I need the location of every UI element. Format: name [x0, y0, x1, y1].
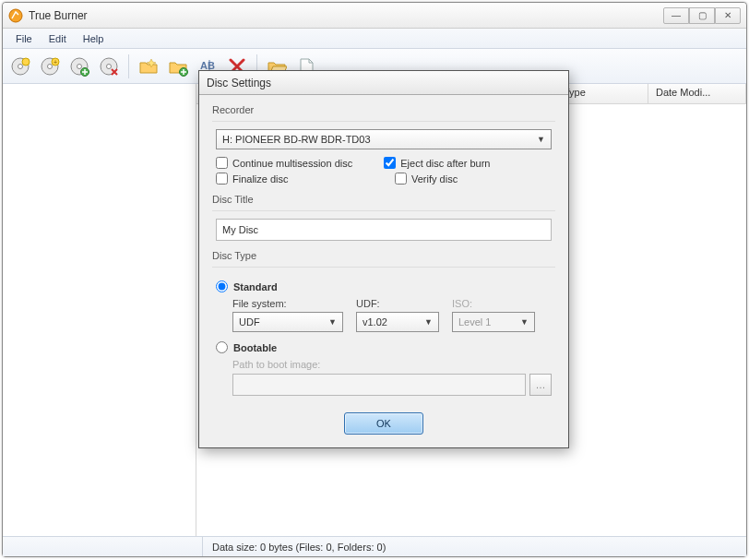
- dialog-buttons: OK: [212, 412, 555, 435]
- svg-text:AB: AB: [200, 60, 215, 71]
- iso-combo: Level 1 ▼: [452, 312, 535, 332]
- svg-point-5: [48, 64, 53, 68]
- disc-settings-dialog: Disc Settings Recorder H: PIONEER BD-RW …: [198, 70, 569, 448]
- statusbar: Data size: 0 bytes (Files: 0, Folders: 0…: [3, 536, 746, 556]
- menubar: File Edit Help: [3, 29, 746, 49]
- status-datasize: Data size: 0 bytes (Files: 0, Folders: 0…: [202, 537, 741, 556]
- boot-path-input: [232, 374, 526, 396]
- bootable-radio-input[interactable]: [216, 341, 228, 353]
- finalize-checkbox[interactable]: Finalize disc: [216, 173, 363, 185]
- toolbar-separator: [128, 54, 129, 78]
- svg-point-12: [107, 64, 112, 68]
- svg-text:+: +: [54, 59, 57, 66]
- chevron-down-icon: ▼: [424, 317, 433, 327]
- disc-new-icon[interactable]: [6, 53, 34, 80]
- tree-pane[interactable]: [3, 84, 196, 536]
- disc-plus-icon[interactable]: +: [36, 53, 64, 80]
- ok-button[interactable]: OK: [344, 412, 423, 435]
- boot-path-section: Path to boot image: …: [232, 359, 552, 396]
- fs-label: File system:: [232, 298, 343, 309]
- close-button[interactable]: ✕: [715, 7, 741, 24]
- boot-path-label: Path to boot image:: [232, 359, 552, 370]
- disc-type-label: Disc Type: [212, 250, 555, 261]
- standard-radio-input[interactable]: [216, 280, 228, 292]
- menu-help[interactable]: Help: [76, 31, 112, 46]
- disc-add-icon[interactable]: [65, 53, 93, 80]
- udf-combo[interactable]: v1.02 ▼: [356, 312, 439, 332]
- eject-checkbox-input[interactable]: [384, 157, 396, 169]
- chevron-down-icon: ▼: [537, 135, 545, 144]
- col-type[interactable]: Type: [556, 84, 648, 103]
- folder-add-icon[interactable]: [164, 53, 192, 80]
- dialog-title: Disc Settings: [199, 71, 568, 95]
- svg-point-3: [22, 58, 30, 66]
- titlebar: True Burner — ▢ ✕: [3, 3, 746, 29]
- udf-label: UDF:: [356, 298, 439, 309]
- fs-combo[interactable]: UDF ▼: [232, 312, 343, 332]
- recorder-combo[interactable]: H: PIONEER BD-RW BDR-TD03 ▼: [216, 129, 552, 149]
- filesystem-row: File system: UDF ▼ UDF: v1.02 ▼: [232, 298, 552, 332]
- disc-type-group: Disc Type Standard File system: UDF ▼: [212, 250, 555, 396]
- disc-remove-icon[interactable]: [95, 53, 123, 80]
- disc-title-label: Disc Title: [212, 194, 555, 205]
- browse-button: …: [529, 374, 552, 396]
- maximize-button[interactable]: ▢: [689, 7, 715, 24]
- verify-checkbox-input[interactable]: [395, 173, 407, 185]
- svg-point-9: [77, 64, 82, 68]
- finalize-checkbox-input[interactable]: [216, 173, 228, 185]
- window-controls: — ▢ ✕: [663, 7, 741, 24]
- menu-file[interactable]: File: [8, 31, 40, 46]
- bootable-radio[interactable]: Bootable: [216, 341, 552, 353]
- iso-label: ISO:: [452, 298, 535, 309]
- recorder-value: H: PIONEER BD-RW BDR-TD03: [222, 134, 371, 145]
- status-left: [8, 537, 202, 556]
- continue-checkbox[interactable]: Continue multisession disc: [216, 157, 352, 169]
- recorder-label: Recorder: [212, 104, 555, 115]
- verify-checkbox[interactable]: Verify disc: [395, 173, 458, 185]
- app-icon: [8, 8, 23, 23]
- svg-point-2: [18, 64, 23, 68]
- disc-title-input[interactable]: My Disc: [216, 219, 552, 241]
- disc-title-group: Disc Title My Disc: [212, 194, 555, 241]
- continue-checkbox-input[interactable]: [216, 157, 228, 169]
- recorder-group: Recorder H: PIONEER BD-RW BDR-TD03 ▼ Con…: [212, 104, 555, 185]
- folder-new-icon[interactable]: [135, 53, 162, 80]
- eject-checkbox[interactable]: Eject disc after burn: [384, 157, 490, 169]
- menu-edit[interactable]: Edit: [42, 31, 74, 46]
- standard-radio[interactable]: Standard: [216, 280, 552, 292]
- col-date[interactable]: Date Modi...: [648, 84, 746, 103]
- minimize-button[interactable]: —: [663, 7, 689, 24]
- window-title: True Burner: [29, 9, 663, 22]
- chevron-down-icon: ▼: [520, 317, 529, 327]
- chevron-down-icon: ▼: [328, 317, 337, 327]
